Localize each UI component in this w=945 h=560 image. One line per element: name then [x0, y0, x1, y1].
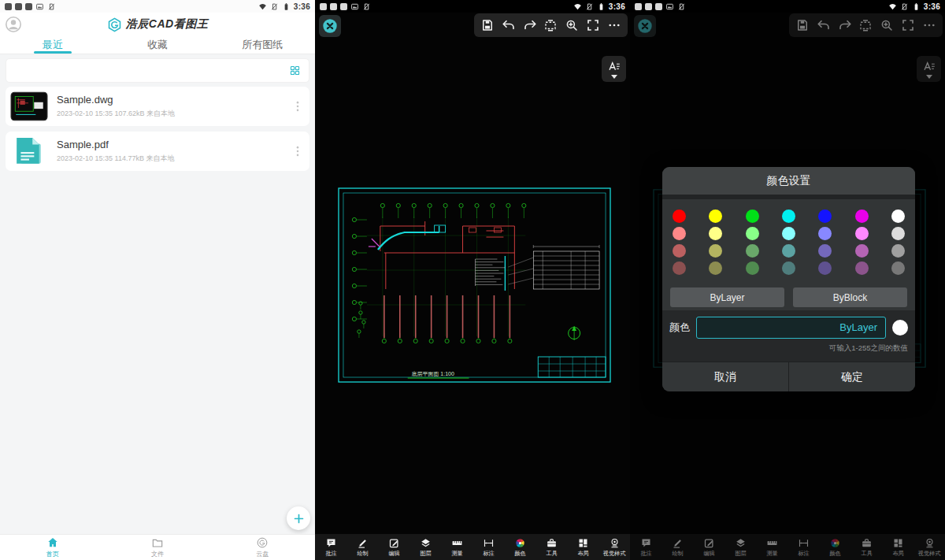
nav-label: 云盘	[256, 550, 269, 558]
color-swatch-#ffff88[interactable]	[709, 227, 722, 240]
clock: 3:36	[609, 2, 625, 11]
color-swatch-#8888ff[interactable]	[818, 227, 832, 240]
tab-label: 最近	[43, 38, 63, 52]
file-menu-button[interactable]	[291, 99, 305, 113]
list-toolbar	[6, 58, 309, 83]
tool-measure[interactable]: 测量	[441, 534, 472, 560]
tool-label: 测量	[451, 550, 462, 558]
dialog-buttons: 取消 确定	[662, 362, 915, 391]
color-swatch-#ffffff[interactable]	[891, 210, 905, 223]
close-icon	[321, 17, 339, 35]
fullscreen-button[interactable]	[584, 17, 602, 34]
status-bar: 3:36	[630, 0, 945, 13]
tool-tools[interactable]: 工具	[536, 534, 567, 560]
nav-item-cloud-g[interactable]: 云盘	[210, 535, 315, 560]
color-input-hint: 可输入1-255之间的数值	[829, 343, 908, 354]
viewer-bottom-toolbar: 批注绘制编辑图层测量标注颜色工具布局视觉样式	[315, 534, 630, 560]
ok-button[interactable]: 确定	[788, 362, 915, 391]
tool-comment[interactable]: 批注	[315, 534, 346, 560]
account-avatar-button[interactable]	[4, 15, 23, 34]
undo-button[interactable]	[500, 17, 517, 34]
tool-label: 绘制	[357, 550, 368, 558]
color-swatch-#8c8c50[interactable]	[709, 261, 722, 275]
file-meta: 2023-02-10 15:35 114.77kB 来自本地	[57, 154, 291, 164]
nav-item-folder[interactable]: 文件	[105, 535, 209, 560]
add-file-button[interactable]	[287, 506, 310, 530]
color-swatch-#1414ff[interactable]	[818, 210, 832, 223]
notification-icon	[320, 3, 327, 10]
color-swatch-#88ff88[interactable]	[746, 227, 759, 240]
color-swatch-#7468bc[interactable]	[818, 244, 832, 258]
color-swatch-#b4b460[interactable]	[709, 244, 722, 258]
current-color-swatch[interactable]	[892, 320, 908, 336]
tool-view-style[interactable]: 视觉样式	[598, 534, 630, 560]
color-swatch-#508c50[interactable]	[746, 261, 759, 275]
wifi-icon	[258, 2, 267, 11]
tool-label: 工具	[546, 550, 557, 558]
color-swatch-#ff8888[interactable]	[673, 227, 686, 240]
tool-color-wheel[interactable]: 颜色	[504, 534, 536, 560]
file-info: Sample.pdf2023-02-10 15:35 114.77kB 来自本地	[48, 139, 291, 164]
tool-edit[interactable]: 编辑	[378, 534, 410, 560]
battery-icon	[912, 2, 921, 11]
color-settings-dialog: 颜色设置 ByLayer ByBlock 颜色 ByLayer 可输入1-255…	[662, 167, 915, 391]
file-meta: 2023-02-10 15:35 107.62kB 来自本地	[57, 109, 291, 119]
cloud-g-icon	[256, 536, 269, 549]
tab-所有图纸[interactable]: 所有图纸	[210, 36, 315, 54]
file-card[interactable]: Sample.dwg2023-02-10 15:35 107.62kB 来自本地	[6, 87, 309, 126]
tool-label: 视觉样式	[603, 550, 626, 558]
nav-item-home[interactable]: 首页	[0, 535, 105, 560]
cad-drawing-canvas[interactable]: 底层平面图 1:100	[337, 187, 612, 384]
color-swatch-#88ffff[interactable]	[782, 227, 795, 240]
app-header: 浩辰CAD看图王	[0, 13, 315, 36]
color-swatch-#ff88ff[interactable]	[855, 227, 869, 240]
no-sim-icon	[270, 2, 279, 11]
color-swatch-#ff0000[interactable]	[673, 210, 686, 223]
tool-pencil[interactable]: 绘制	[346, 534, 378, 560]
color-swatch-#00f0f0[interactable]	[782, 210, 795, 223]
cancel-button[interactable]: 取消	[662, 362, 788, 391]
color-value-input[interactable]: ByLayer	[696, 317, 886, 339]
clock: 3:36	[294, 2, 310, 11]
bylayer-button[interactable]: ByLayer	[670, 287, 784, 307]
color-swatch-#dcdcdc[interactable]	[891, 227, 905, 240]
color-swatch-#6aa86a[interactable]	[746, 244, 759, 258]
active-tab-indicator	[34, 51, 72, 54]
file-tabs: 最近收藏所有图纸	[0, 36, 315, 54]
tab-最近[interactable]: 最近	[0, 36, 105, 54]
tool-dimension[interactable]: 标注	[472, 534, 504, 560]
text-style-button[interactable]	[602, 56, 626, 82]
zoom-in-button[interactable]	[563, 17, 580, 34]
color-swatch-#8c548c[interactable]	[855, 261, 869, 275]
save-button[interactable]	[479, 17, 496, 34]
tool-layout[interactable]: 布局	[567, 534, 598, 560]
file-card[interactable]: Sample.pdf2023-02-10 15:35 114.77kB 来自本地	[6, 132, 309, 171]
color-swatch-#787878[interactable]	[891, 261, 905, 275]
file-menu-button[interactable]	[291, 144, 305, 158]
color-swatch-#8c5050[interactable]	[673, 261, 686, 275]
plot-button[interactable]	[542, 17, 559, 34]
redo-button[interactable]	[521, 17, 539, 34]
close-drawing-button[interactable]	[319, 15, 341, 37]
wifi-icon	[888, 2, 897, 11]
more-button[interactable]	[606, 17, 623, 34]
color-swatch-#5f5190[interactable]	[818, 261, 832, 275]
color-swatch-#a0a0a0[interactable]	[891, 244, 905, 258]
comment-icon	[325, 537, 337, 549]
color-swatch-#e800e8[interactable]	[855, 210, 869, 223]
color-swatch-#bc6060[interactable]	[673, 244, 686, 258]
notification-icons	[5, 2, 56, 11]
file-info: Sample.dwg2023-02-10 15:35 107.62kB 来自本地	[48, 94, 291, 119]
color-swatch-#4f7d7d[interactable]	[782, 261, 795, 275]
app-notification-icon	[47, 2, 56, 11]
nav-label: 文件	[151, 550, 164, 558]
color-swatch-#5ba3a3[interactable]	[782, 244, 795, 258]
grid-view-toggle[interactable]	[289, 65, 301, 76]
color-swatch-#b464b4[interactable]	[855, 244, 869, 258]
color-swatch-#ffff00[interactable]	[709, 210, 722, 223]
color-swatch-#00e018[interactable]	[746, 210, 759, 223]
byblock-button[interactable]: ByBlock	[793, 287, 907, 307]
tool-layers[interactable]: 图层	[410, 534, 441, 560]
tab-收藏[interactable]: 收藏	[105, 36, 209, 54]
cad-viewer-panel: 3:36 底层平面图 1:100 批注绘制编辑图层测量标注颜色工具布局视觉样式	[315, 0, 630, 560]
